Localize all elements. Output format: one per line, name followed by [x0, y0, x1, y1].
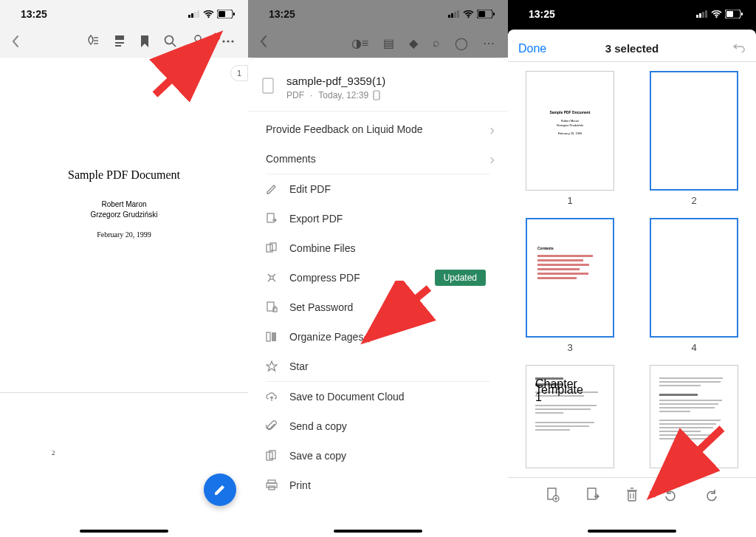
- delete-icon[interactable]: [623, 485, 641, 508]
- status-bar: 13:25: [508, 0, 756, 28]
- svg-rect-47: [696, 15, 698, 18]
- rotate-left-icon[interactable]: [662, 485, 681, 507]
- status-indicators: [696, 10, 743, 18]
- more-icon: ⋯: [475, 32, 502, 55]
- status-indicators: [448, 10, 495, 18]
- cloud-upload-icon: [266, 391, 289, 403]
- organize-toolbar: [508, 477, 756, 514]
- thumb-label: 4: [691, 342, 696, 353]
- svg-rect-49: [702, 12, 704, 18]
- file-time: Today, 12:39: [318, 90, 368, 100]
- home-indicator: [334, 530, 422, 533]
- row-send-copy[interactable]: Send a copy: [248, 411, 508, 441]
- toolbar: [0, 28, 248, 58]
- svg-rect-11: [115, 35, 124, 40]
- status-bar: 13:25: [248, 0, 508, 28]
- status-time: 13:25: [269, 8, 295, 20]
- organize-icon: [266, 331, 289, 343]
- star-icon: [266, 360, 289, 372]
- file-type: PDF: [286, 90, 304, 100]
- selection-count: 3 selected: [508, 42, 756, 55]
- svg-line-15: [173, 43, 176, 47]
- row-edit-pdf[interactable]: Edit PDF: [248, 174, 508, 204]
- extract-page-icon[interactable]: [583, 485, 602, 508]
- svg-rect-3: [197, 10, 199, 18]
- file-icon: [261, 78, 276, 98]
- row-combine-files[interactable]: Combine Files: [248, 233, 508, 263]
- row-save-copy[interactable]: Save a copy: [248, 441, 508, 471]
- svg-rect-59: [588, 488, 596, 499]
- svg-rect-36: [270, 276, 273, 279]
- home-indicator: [588, 530, 676, 533]
- pencil-icon: [266, 183, 289, 195]
- svg-rect-1: [191, 13, 193, 18]
- share-person-icon[interactable]: [185, 30, 214, 55]
- page-thumb-6[interactable]: [650, 365, 738, 468]
- insert-page-icon[interactable]: [543, 485, 563, 508]
- svg-rect-25: [454, 12, 456, 18]
- export-icon: [266, 213, 289, 225]
- row-print[interactable]: Print: [248, 471, 508, 500]
- text-reflow-icon: ▤: [376, 32, 402, 55]
- back-button[interactable]: [254, 30, 273, 55]
- thumb-label: 3: [567, 342, 572, 353]
- page-thumb-3[interactable]: Contents: [526, 218, 614, 338]
- liquid-mode-icon[interactable]: [78, 30, 106, 55]
- back-button[interactable]: [6, 30, 25, 55]
- lock-icon: [266, 301, 289, 313]
- bookmark-icon[interactable]: [133, 30, 157, 55]
- svg-point-4: [207, 16, 209, 18]
- thumb-label: 2: [691, 195, 696, 206]
- liquid-mode-icon: ◑≡: [344, 32, 376, 55]
- file-header: sample-pdf_9359(1) PDF Today, 12:39: [248, 58, 508, 112]
- search-icon[interactable]: [157, 30, 185, 55]
- status-time: 13:25: [21, 8, 47, 20]
- page-thumb-4[interactable]: [650, 218, 738, 338]
- svg-point-19: [222, 40, 224, 42]
- pages-grid: Sample PDF Document Robert MaronGrzegorz…: [508, 62, 756, 477]
- text-reflow-icon[interactable]: [106, 30, 133, 55]
- edit-fab-button[interactable]: [204, 473, 236, 506]
- page-indicator: 1: [230, 65, 248, 81]
- row-set-password[interactable]: Set Password: [248, 293, 508, 322]
- toolbar-dimmed: ◑≡ ▤ ◆ ⌕ ◯ ⋯: [248, 28, 508, 58]
- page-1-content: Sample PDF Document Robert Maron Grzegor…: [0, 168, 248, 239]
- svg-rect-53: [741, 13, 743, 16]
- svg-rect-40: [272, 332, 276, 341]
- row-export-pdf[interactable]: Export PDF: [248, 204, 508, 233]
- search-icon: ⌕: [425, 32, 447, 54]
- svg-rect-12: [115, 42, 124, 44]
- page-thumb-2[interactable]: [650, 71, 738, 191]
- rotate-right-icon[interactable]: [701, 485, 721, 507]
- status-time: 13:25: [529, 8, 555, 20]
- home-indicator: [80, 530, 168, 533]
- document-view[interactable]: 1 Sample PDF Document Robert Maron Grzeg…: [0, 58, 248, 530]
- doc-author: Grzegorz Grudziński: [0, 210, 248, 220]
- organize-header: Done 3 selected: [508, 30, 756, 62]
- page-thumb-5[interactable]: Chapter 1 Template: [526, 365, 614, 468]
- combine-icon: [266, 242, 289, 254]
- row-compress-pdf[interactable]: Compress PDFUpdated: [248, 263, 508, 293]
- doc-date: February 20, 1999: [0, 230, 248, 239]
- svg-rect-54: [726, 11, 733, 17]
- svg-rect-24: [451, 13, 453, 18]
- row-feedback[interactable]: Provide Feedback on Liquid Mode: [248, 114, 508, 144]
- svg-point-16: [195, 35, 201, 41]
- svg-rect-33: [267, 213, 274, 222]
- compress-icon: [266, 272, 289, 284]
- device-icon: [373, 90, 380, 100]
- svg-point-51: [715, 16, 717, 18]
- svg-rect-23: [448, 15, 450, 18]
- row-save-cloud[interactable]: Save to Document Cloud: [248, 382, 508, 411]
- svg-rect-7: [219, 11, 225, 17]
- row-organize-pages[interactable]: Organize Pages: [248, 322, 508, 352]
- more-icon[interactable]: [214, 30, 242, 55]
- svg-rect-30: [478, 11, 485, 17]
- page-thumb-1[interactable]: Sample PDF Document Robert MaronGrzegorz…: [526, 71, 614, 191]
- row-star[interactable]: Star: [248, 352, 508, 381]
- svg-rect-39: [267, 332, 270, 341]
- svg-point-14: [165, 35, 173, 44]
- print-icon: [266, 479, 289, 491]
- row-comments[interactable]: Comments: [248, 144, 508, 174]
- svg-rect-50: [705, 10, 707, 18]
